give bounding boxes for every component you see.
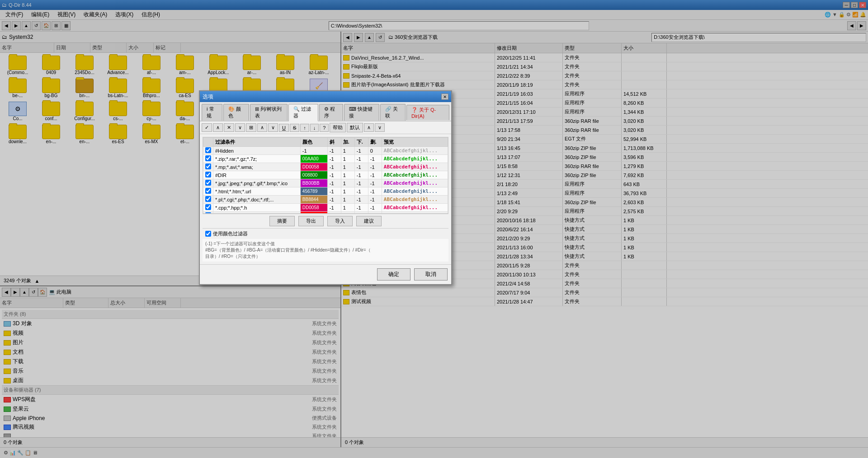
dtb-delete[interactable]: ✕ — [224, 123, 234, 132]
dtb-down[interactable]: ∨ — [235, 123, 245, 132]
filter-color: BB00BB — [300, 179, 327, 187]
dtb-check[interactable]: ✓ — [202, 123, 212, 132]
filter-row[interactable]: *.zip;*.rar;*.gz;*.7z; 00AA00 -1 1 -1 -1… — [203, 155, 448, 163]
filter-condition: *.zip;*.rar;*.gz;*.7z; — [213, 155, 301, 163]
dtb-up[interactable]: ∧ — [213, 123, 223, 132]
filter-italic: -1 — [327, 147, 341, 155]
filter-bold: 1 — [341, 179, 354, 187]
filter-underline: -1 — [354, 163, 368, 171]
summary-btn[interactable]: 摘要 — [269, 216, 295, 226]
filter-row[interactable]: *.jpg;*.jpeg;*.png;*.gif;*.bmp;*.ico BB0… — [203, 179, 448, 187]
filter-underline: -1 — [354, 147, 368, 155]
filter-italic: -1 — [327, 155, 341, 163]
tab-columns[interactable]: ⊞ 列/树状列表 — [250, 104, 288, 121]
dtb-expand[interactable]: ∧ — [364, 123, 374, 132]
tab-association[interactable]: 🔗 关联 — [380, 104, 406, 121]
filter-checkbox[interactable] — [205, 188, 211, 194]
filter-preview: ABCabcdefghijkl... — [382, 187, 448, 196]
th-underline: 下. — [354, 138, 368, 147]
th-bold: 加. — [341, 138, 354, 147]
filter-row[interactable]: *.pl;*.cgi;*.php;*.doc;*.rtf;... BB8844 … — [203, 196, 448, 204]
use-color-filter-checkbox[interactable] — [205, 231, 211, 237]
dtb-help[interactable]: 帮助 — [330, 123, 346, 132]
th-italic: 斜 — [327, 138, 341, 147]
filter-strike: -1 — [368, 187, 382, 196]
filter-checkbox[interactable] — [205, 155, 211, 161]
dtb-collapse[interactable]: ∨ — [375, 123, 385, 132]
dialog-footer: 确定 取消 — [200, 264, 451, 284]
filter-bold: 1 — [341, 163, 354, 171]
filter-preview: ABCabcdefghijkl... — [382, 204, 448, 212]
filter-row[interactable]: *.html;*.htm;*.url 456789 -1 1 -1 -1 ABC… — [203, 187, 448, 196]
filter-condition: #DIR — [213, 171, 301, 179]
dialog-overlay: 选项 ✕ i 常规 🎨 颜色 ⊞ 列/树状列表 🔍 过滤器 ⚙ 程序 ⌨ 快捷键… — [0, 0, 868, 458]
filter-table: 过滤条件 颜色 斜 加. 下. 删. 预览 #Hidden — [203, 137, 448, 214]
filter-row[interactable]: *.cpp;*.hpp;*.h DD0058 -1 1 -1 -1 ABCabc… — [203, 204, 448, 212]
filter-strike: -1 — [368, 204, 382, 212]
filter-condition: *.cpp;*.hpp;*.h — [213, 204, 301, 212]
filter-preview: ABCabcdefghijkl... — [382, 163, 448, 171]
filter-color: DD0058 — [300, 204, 327, 212]
import-btn[interactable]: 导入 — [327, 216, 353, 226]
filter-strike: -1 — [368, 163, 382, 171]
filter-preview: ABCabcdefghijkl... — [382, 147, 448, 155]
filter-underline: -1 — [354, 204, 368, 212]
tab-color[interactable]: 🎨 颜色 — [223, 104, 249, 121]
filter-checkbox[interactable] — [205, 204, 211, 210]
filter-bold: 1 — [341, 187, 354, 196]
tab-shortcuts[interactable]: ⌨ 快捷键接 — [344, 104, 379, 121]
filter-underline: -1 — [354, 187, 368, 196]
cancel-button[interactable]: 取消 — [414, 268, 448, 280]
th-checkbox — [203, 138, 213, 147]
filter-color: BB8844 — [300, 196, 327, 204]
ok-button[interactable]: 确定 — [377, 268, 410, 280]
suggest-btn[interactable]: 建议 — [356, 216, 382, 226]
dtb-down2[interactable]: ∨ — [268, 123, 278, 132]
filter-color: 456789 — [300, 187, 327, 196]
filter-row[interactable]: #Hidden -1 -1 1 -1 0 ABCabcdefghijkl... — [203, 147, 448, 155]
th-strike: 删. — [368, 138, 382, 147]
filter-row[interactable]: #DIR 008800 -1 1 -1 -1 ABCabcdefghijkl..… — [203, 171, 448, 179]
tab-filter[interactable]: 🔍 过滤器 — [288, 104, 318, 122]
th-preview: 预览 — [382, 138, 448, 147]
filter-underline: -1 — [354, 155, 368, 163]
tab-general[interactable]: i 常规 — [202, 104, 222, 121]
dtb-question[interactable]: ? — [320, 124, 329, 132]
filter-preview: ABCabcdefghijkl... — [382, 196, 448, 204]
filter-checkbox[interactable] — [205, 196, 211, 202]
filter-bold: 1 — [341, 204, 354, 212]
filter-underline: -1 — [354, 196, 368, 204]
filter-checkbox[interactable] — [205, 164, 211, 169]
filter-color: 00AA00 — [300, 155, 327, 163]
filter-italic: -1 — [327, 204, 341, 212]
dtb-bold-up[interactable]: ↑ — [300, 124, 309, 132]
tab-about[interactable]: ❓ 关于 Q-Dir(A) — [406, 105, 449, 120]
filter-color: DD0058 — [300, 163, 327, 171]
filter-checkbox[interactable] — [205, 172, 211, 178]
filter-checkbox[interactable] — [205, 147, 211, 153]
dtb-add[interactable]: ⊞ — [246, 123, 256, 132]
dialog-close-btn[interactable]: ✕ — [441, 93, 448, 100]
use-color-filter-row: 使用颜色过滤器 — [203, 229, 448, 239]
tab-programs[interactable]: ⚙ 程序 — [319, 104, 343, 121]
dialog-hint: (-1) =下一个过滤器可以改变这个值 #BG=（背景颜色）/ #BG-A=（活… — [203, 239, 448, 262]
dialog-filter-content: 过滤条件 颜色 斜 加. 下. 删. 预览 #Hidden — [200, 134, 451, 264]
filter-condition: #Hidden — [213, 147, 301, 155]
options-dialog: 选项 ✕ i 常规 🎨 颜色 ⊞ 列/树状列表 🔍 过滤器 ⚙ 程序 ⌨ 快捷键… — [199, 90, 452, 285]
filter-color: 008800 — [300, 171, 327, 179]
filter-checkbox[interactable] — [205, 180, 211, 186]
dtb-underline[interactable]: U — [279, 124, 289, 132]
dialog-title: 选项 — [203, 93, 213, 101]
export-btn[interactable]: 导出 — [298, 216, 324, 226]
filter-preview: ABCabcdefghijkl... — [382, 155, 448, 163]
filter-bold: 1 — [341, 196, 354, 204]
filter-italic: -1 — [327, 163, 341, 171]
th-condition: 过滤条件 — [213, 138, 301, 147]
filter-row[interactable]: *.mp;*.avi;*.wma; DD0058 -1 1 -1 -1 ABCa… — [203, 163, 448, 171]
dtb-bold-down[interactable]: ↓ — [310, 124, 319, 132]
filter-italic: -1 — [327, 187, 341, 196]
dtb-up2[interactable]: ∧ — [257, 123, 267, 132]
filter-strike: -1 — [368, 196, 382, 204]
dtb-default[interactable]: 默认 — [347, 123, 363, 132]
dtb-strikethrough[interactable]: S — [290, 124, 299, 132]
